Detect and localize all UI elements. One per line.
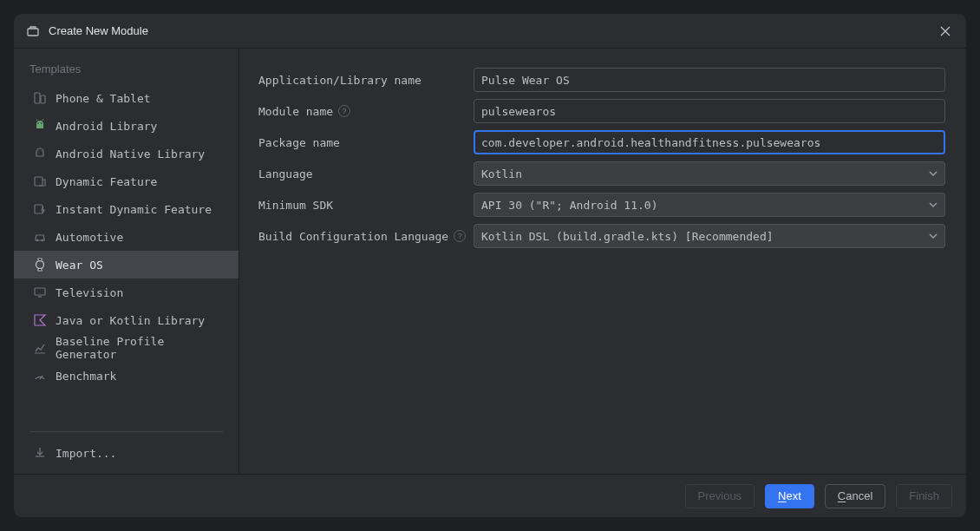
tv-icon bbox=[33, 285, 47, 299]
profile-icon bbox=[33, 341, 47, 355]
field-app-name: Application/Library name bbox=[258, 64, 945, 95]
select-language-value: Kotlin bbox=[481, 167, 522, 180]
kotlin-icon bbox=[33, 313, 47, 327]
template-automotive[interactable]: Automotive bbox=[14, 223, 238, 251]
dialog-title: Create New Module bbox=[49, 24, 148, 37]
template-label: Automotive bbox=[56, 231, 123, 244]
module-icon bbox=[26, 24, 40, 38]
import-label: Import... bbox=[56, 447, 116, 460]
label-package-name: Package name bbox=[258, 136, 474, 149]
help-icon[interactable]: ? bbox=[338, 105, 350, 117]
android-outline-icon bbox=[33, 147, 47, 161]
dialog-footer: Previous Next Cancel Finish bbox=[14, 474, 966, 517]
template-label: Dynamic Feature bbox=[56, 175, 157, 188]
template-label: Television bbox=[56, 286, 123, 299]
template-android-library[interactable]: Android Library bbox=[14, 112, 238, 140]
input-app-name[interactable] bbox=[474, 68, 945, 92]
cancel-button[interactable]: Cancel bbox=[825, 484, 885, 508]
input-module-name[interactable] bbox=[474, 99, 945, 123]
phone-tablet-icon bbox=[33, 91, 47, 105]
template-label: Benchmark bbox=[56, 370, 116, 383]
close-button[interactable] bbox=[937, 23, 954, 40]
select-min-sdk[interactable]: API 30 ("R"; Android 11.0) bbox=[474, 193, 945, 217]
import-icon bbox=[33, 446, 47, 460]
close-icon bbox=[940, 26, 951, 36]
field-build-config: Build Configuration Language ? Kotlin DS… bbox=[258, 220, 945, 252]
template-wear-os[interactable]: Wear OS bbox=[14, 251, 238, 279]
label-language: Language bbox=[258, 167, 474, 180]
template-list: Phone & TabletAndroid LibraryAndroid Nat… bbox=[14, 84, 238, 424]
template-label: Baseline Profile Generator bbox=[56, 335, 223, 361]
template-dynamic-feature[interactable]: Dynamic Feature bbox=[14, 167, 238, 195]
field-language: Language Kotlin bbox=[258, 158, 945, 189]
template-phone-tablet[interactable]: Phone & Tablet bbox=[14, 84, 238, 112]
sidebar-separator bbox=[29, 431, 223, 432]
previous-button: Previous bbox=[685, 484, 755, 508]
field-package-name: Package name bbox=[258, 127, 945, 158]
import-button[interactable]: Import... bbox=[14, 439, 238, 467]
finish-button: Finish bbox=[896, 484, 952, 508]
template-android-native-library[interactable]: Android Native Library bbox=[14, 140, 238, 167]
template-benchmark[interactable]: Benchmark bbox=[14, 362, 238, 390]
label-module-name: Module name ? bbox=[258, 105, 474, 118]
template-label: Java or Kotlin Library bbox=[56, 314, 205, 327]
template-label: Instant Dynamic Feature bbox=[56, 203, 212, 216]
dynamic-feature-icon bbox=[33, 174, 47, 188]
android-icon bbox=[33, 119, 47, 133]
template-label: Wear OS bbox=[56, 259, 103, 272]
template-label: Android Native Library bbox=[56, 148, 205, 161]
input-package-name[interactable] bbox=[474, 130, 945, 154]
titlebar: Create New Module bbox=[14, 14, 966, 49]
module-form: Application/Library name Module name ? P… bbox=[239, 49, 966, 474]
field-min-sdk: Minimum SDK API 30 ("R"; Android 11.0) bbox=[258, 189, 945, 220]
template-television[interactable]: Television bbox=[14, 279, 238, 306]
template-label: Phone & Tablet bbox=[56, 92, 151, 105]
help-icon[interactable]: ? bbox=[454, 230, 466, 242]
instant-feature-icon bbox=[33, 202, 47, 216]
select-build-config-value: Kotlin DSL (build.gradle.kts) [Recommend… bbox=[481, 230, 774, 243]
select-language[interactable]: Kotlin bbox=[474, 161, 945, 186]
car-icon bbox=[33, 230, 47, 244]
svg-rect-0 bbox=[28, 29, 38, 36]
next-button[interactable]: Next bbox=[765, 484, 814, 508]
label-min-sdk: Minimum SDK bbox=[258, 199, 474, 212]
label-app-name: Application/Library name bbox=[258, 74, 474, 87]
select-min-sdk-value: API 30 ("R"; Android 11.0) bbox=[481, 199, 658, 212]
label-build-config: Build Configuration Language ? bbox=[258, 230, 474, 243]
chevron-down-icon bbox=[929, 202, 938, 207]
template-label: Android Library bbox=[56, 120, 157, 133]
field-module-name: Module name ? bbox=[258, 95, 945, 127]
template-baseline-profile-generator[interactable]: Baseline Profile Generator bbox=[14, 334, 238, 362]
chevron-down-icon bbox=[929, 171, 938, 176]
select-build-config[interactable]: Kotlin DSL (build.gradle.kts) [Recommend… bbox=[474, 224, 945, 248]
template-instant-dynamic-feature[interactable]: Instant Dynamic Feature bbox=[14, 195, 238, 223]
template-java-or-kotlin-library[interactable]: Java or Kotlin Library bbox=[14, 306, 238, 334]
new-module-dialog: Create New Module Templates Phone & Tabl… bbox=[13, 13, 967, 518]
watch-icon bbox=[33, 258, 47, 272]
sidebar-header: Templates bbox=[14, 57, 238, 84]
chevron-down-icon bbox=[929, 233, 938, 239]
templates-sidebar: Templates Phone & TabletAndroid LibraryA… bbox=[14, 49, 239, 474]
gauge-icon bbox=[33, 369, 47, 383]
